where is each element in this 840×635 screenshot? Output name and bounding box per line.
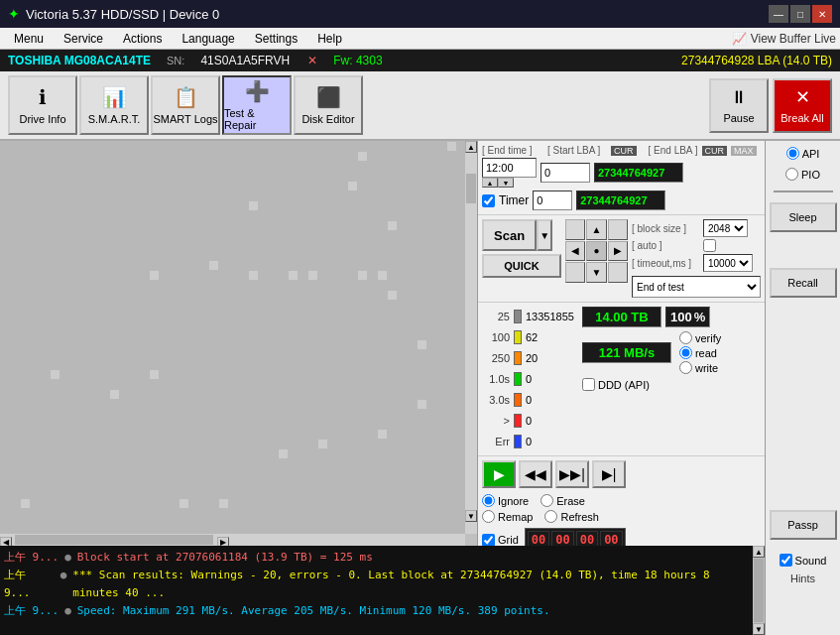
dir-left[interactable]: ◀: [565, 241, 585, 262]
pio-option[interactable]: PIO: [785, 168, 820, 181]
menu-item-menu[interactable]: Menu: [4, 30, 54, 48]
read-option[interactable]: read: [679, 346, 721, 359]
grid-cell: [447, 400, 456, 409]
grid-cell: [348, 231, 357, 240]
end-of-test-select[interactable]: End of test: [632, 276, 761, 298]
view-buffer-toggle[interactable]: 📈 View Buffer Live: [732, 32, 836, 46]
log-scroll-up-icon[interactable]: ▲: [753, 546, 765, 558]
maximize-button[interactable]: □: [790, 5, 810, 23]
ddd-option[interactable]: DDD (API): [582, 378, 650, 391]
log-scrollbar[interactable]: ▲ ▼: [753, 546, 765, 635]
scan-button[interactable]: Scan: [482, 219, 537, 251]
menu-item-settings[interactable]: Settings: [245, 30, 307, 48]
menu-item-actions[interactable]: Actions: [113, 30, 172, 48]
log-scroll-down-icon[interactable]: ▼: [753, 623, 765, 635]
grid-cell: [388, 360, 397, 369]
grid-cell: [130, 459, 139, 468]
start-lba-input[interactable]: [540, 163, 590, 183]
dir-down[interactable]: ▼: [586, 262, 606, 283]
scroll-right-icon[interactable]: ▶: [217, 537, 229, 547]
disk-editor-button[interactable]: ⬛ Disk Editor: [294, 75, 363, 135]
block-size-select[interactable]: 2048: [703, 219, 748, 237]
dir-down-left[interactable]: [565, 262, 585, 283]
remap-option[interactable]: Remap: [482, 510, 533, 523]
read-radio[interactable]: [679, 346, 692, 359]
grid-checkbox[interactable]: [482, 534, 495, 547]
close-button[interactable]: ✕: [812, 5, 832, 23]
horizontal-scrollbar[interactable]: ◀ ▶: [0, 534, 465, 546]
dir-up-left[interactable]: [565, 219, 585, 240]
log-scroll-thumb[interactable]: [754, 559, 764, 622]
menu-item-help[interactable]: Help: [307, 30, 352, 48]
menu-item-language[interactable]: Language: [172, 30, 244, 48]
scroll-up-icon[interactable]: ▲: [465, 141, 477, 153]
refresh-radio[interactable]: [544, 510, 557, 523]
grid-cell: [239, 231, 248, 240]
ignore-radio[interactable]: [482, 494, 495, 507]
dir-center[interactable]: ●: [586, 241, 606, 262]
break-all-button[interactable]: ✕ Break All: [773, 78, 832, 133]
stat-value-3s: 0: [526, 394, 532, 406]
spinner-down-button[interactable]: ▼: [498, 178, 514, 188]
minimize-button[interactable]: —: [769, 5, 788, 23]
erase-option[interactable]: Erase: [540, 494, 585, 507]
rewind-button[interactable]: ◀◀: [519, 460, 552, 488]
timer-value-input[interactable]: [533, 190, 572, 210]
grid-cell: [160, 211, 169, 220]
menu-item-service[interactable]: Service: [54, 30, 113, 48]
sound-checkbox[interactable]: [780, 554, 792, 567]
dir-down-right[interactable]: [608, 262, 628, 283]
verify-radio[interactable]: [679, 331, 692, 344]
scroll-down-icon[interactable]: ▼: [465, 510, 477, 522]
scroll-left-icon[interactable]: ◀: [0, 537, 12, 547]
smart-button[interactable]: 📊 S.M.A.R.T.: [79, 75, 149, 135]
recall-button[interactable]: Recall: [770, 268, 837, 298]
grid-cell: [11, 479, 20, 488]
grid-cell: [408, 410, 417, 419]
pause-button[interactable]: ⏸ Pause: [709, 78, 769, 133]
remap-radio[interactable]: [482, 510, 495, 523]
grid-cell: [1, 340, 10, 349]
timeout-select[interactable]: 10000: [703, 254, 753, 272]
write-option[interactable]: write: [679, 361, 721, 374]
grid-cell: [90, 221, 99, 230]
grid-option[interactable]: Grid: [482, 534, 519, 547]
sound-option[interactable]: Sound: [780, 554, 827, 567]
refresh-option[interactable]: Refresh: [544, 510, 599, 523]
timer-checkbox[interactable]: [482, 194, 495, 207]
lba-value2-input[interactable]: [576, 190, 665, 210]
grid-cell: [427, 499, 436, 508]
end-lba-input[interactable]: [594, 163, 683, 183]
dir-up[interactable]: ▲: [586, 219, 606, 240]
ignore-option[interactable]: Ignore: [482, 494, 529, 507]
api-radio[interactable]: [786, 147, 799, 160]
test-repair-button[interactable]: ➕ Test & Repair: [222, 75, 292, 135]
scan-dropdown-button[interactable]: ▼: [537, 219, 552, 251]
write-radio[interactable]: [679, 361, 692, 374]
drive-close-icon[interactable]: ✕: [307, 54, 317, 67]
drive-info-button[interactable]: ℹ Drive Info: [8, 75, 77, 135]
quick-button[interactable]: QUICK: [482, 254, 561, 278]
passp-button[interactable]: Passp: [770, 510, 837, 540]
verify-option[interactable]: verify: [679, 331, 721, 344]
sleep-button[interactable]: Sleep: [770, 202, 837, 232]
pio-radio[interactable]: [785, 168, 798, 181]
dir-up-right[interactable]: [608, 219, 628, 240]
smart-logs-button[interactable]: 📋 SMART Logs: [151, 75, 220, 135]
vertical-scrollbar[interactable]: ▲ ▼: [465, 141, 477, 534]
scroll-thumb[interactable]: [466, 174, 476, 203]
spinner-up-button[interactable]: ▲: [482, 178, 498, 188]
api-option[interactable]: API: [786, 147, 820, 160]
dir-right[interactable]: ▶: [608, 241, 628, 262]
grid-cell: [249, 499, 258, 508]
end-button[interactable]: ▶|: [592, 460, 626, 488]
erase-radio[interactable]: [540, 494, 553, 507]
play-button[interactable]: ▶: [482, 460, 516, 488]
auto-checkbox[interactable]: [703, 239, 716, 252]
grid-cell: [21, 291, 30, 300]
end-time-input[interactable]: [482, 158, 537, 178]
ddd-checkbox[interactable]: [582, 378, 595, 391]
h-scroll-thumb[interactable]: [15, 535, 213, 545]
skip-button[interactable]: ▶▶|: [555, 460, 589, 488]
hints-label[interactable]: Hints: [790, 572, 815, 584]
